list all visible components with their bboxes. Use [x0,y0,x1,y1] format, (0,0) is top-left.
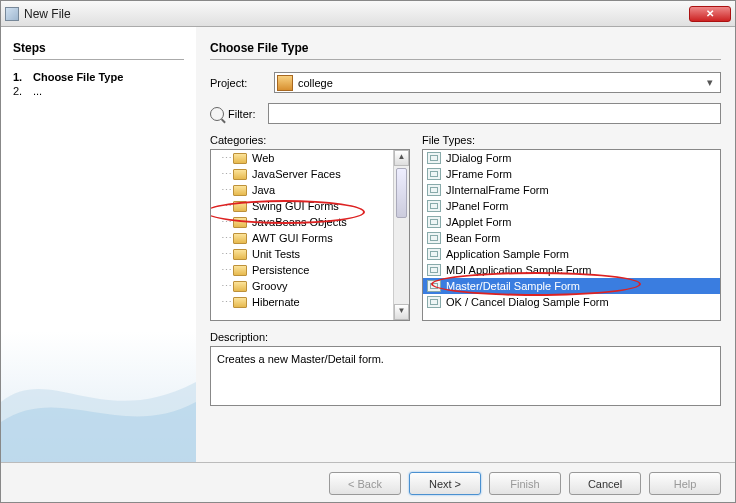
category-label: Java [252,184,275,196]
filetype-item[interactable]: JFrame Form [423,166,720,182]
category-label: AWT GUI Forms [252,232,333,244]
filetype-item[interactable]: JApplet Form [423,214,720,230]
app-icon [5,7,19,21]
folder-icon [233,249,247,260]
filter-label: Filter: [228,108,268,120]
filetype-label: MDI Application Sample Form [446,264,592,276]
step-label: Choose File Type [33,71,123,83]
form-icon [427,184,441,196]
category-item[interactable]: ⋯Swing GUI Forms [211,198,393,214]
filetype-item[interactable]: JPanel Form [423,198,720,214]
form-icon [427,216,441,228]
filetypes-listbox[interactable]: JDialog FormJFrame FormJInternalFrame Fo… [422,149,721,321]
category-label: Groovy [252,280,287,292]
main-panel: Choose File Type Project: college ▾ Filt… [196,27,735,462]
filetype-label: JFrame Form [446,168,512,180]
form-icon [427,168,441,180]
folder-icon [233,185,247,196]
filetype-label: JDialog Form [446,152,511,164]
filetype-label: JApplet Form [446,216,511,228]
form-icon [427,280,441,292]
category-label: Persistence [252,264,309,276]
scroll-thumb[interactable] [396,168,407,218]
category-item[interactable]: ⋯Groovy [211,278,393,294]
filetype-label: Bean Form [446,232,500,244]
description-text: Creates a new Master/Detail form. [217,353,384,365]
project-value: college [298,77,702,89]
filetype-item[interactable]: Application Sample Form [423,246,720,262]
finish-button[interactable]: Finish [489,472,561,495]
scroll-up-icon[interactable]: ▲ [394,150,409,166]
step-number: 1. [13,71,33,83]
categories-label: Categories: [210,134,410,146]
category-label: Web [252,152,274,164]
categories-listbox[interactable]: ⋯Web⋯JavaServer Faces⋯Java⋯Swing GUI For… [210,149,410,321]
folder-icon [233,265,247,276]
category-label: Hibernate [252,296,300,308]
description-box: Creates a new Master/Detail form. [210,346,721,406]
form-icon [427,200,441,212]
category-item[interactable]: ⋯Persistence [211,262,393,278]
category-label: Swing GUI Forms [252,200,339,212]
filetype-item[interactable]: MDI Application Sample Form [423,262,720,278]
filetypes-label: File Types: [422,134,721,146]
folder-icon [233,281,247,292]
title-bar: New File ✕ [1,1,735,27]
filetype-item[interactable]: Master/Detail Sample Form [423,278,720,294]
form-icon [427,232,441,244]
form-icon [427,264,441,276]
filetype-label: JInternalFrame Form [446,184,549,196]
folder-icon [233,217,247,228]
form-icon [427,296,441,308]
back-button[interactable]: < Back [329,472,401,495]
category-label: Unit Tests [252,248,300,260]
scroll-down-icon[interactable]: ▼ [394,304,409,320]
project-label: Project: [210,77,274,89]
category-item[interactable]: ⋯JavaBeans Objects [211,214,393,230]
folder-icon [233,297,247,308]
button-bar: < Back Next > Finish Cancel Help [1,462,735,503]
scrollbar[interactable]: ▲ ▼ [393,150,409,320]
category-item[interactable]: ⋯Unit Tests [211,246,393,262]
close-button[interactable]: ✕ [689,6,731,22]
description-label: Description: [210,331,721,343]
folder-icon [233,233,247,244]
filetype-label: JPanel Form [446,200,508,212]
project-icon [277,75,293,91]
step-item: 1.Choose File Type [13,70,184,84]
folder-icon [233,153,247,164]
search-icon [210,107,224,121]
next-button[interactable]: Next > [409,472,481,495]
main-heading: Choose File Type [210,41,721,60]
filetype-item[interactable]: OK / Cancel Dialog Sample Form [423,294,720,310]
filter-input[interactable] [268,103,721,124]
step-number: 2. [13,85,33,97]
form-icon [427,152,441,164]
cancel-button[interactable]: Cancel [569,472,641,495]
decorative-wave [1,342,196,462]
chevron-down-icon: ▾ [702,76,718,89]
form-icon [427,248,441,260]
folder-icon [233,169,247,180]
category-item[interactable]: ⋯Web [211,150,393,166]
category-item[interactable]: ⋯Java [211,182,393,198]
filetype-label: OK / Cancel Dialog Sample Form [446,296,609,308]
steps-panel: Steps 1.Choose File Type2.... [1,27,196,462]
steps-heading: Steps [13,41,184,60]
help-button[interactable]: Help [649,472,721,495]
content-area: Steps 1.Choose File Type2.... Choose Fil… [1,27,735,462]
folder-icon [233,201,247,212]
category-label: JavaBeans Objects [252,216,347,228]
step-item: 2.... [13,84,184,98]
filetype-label: Master/Detail Sample Form [446,280,580,292]
filetype-item[interactable]: JInternalFrame Form [423,182,720,198]
filetype-item[interactable]: Bean Form [423,230,720,246]
category-label: JavaServer Faces [252,168,341,180]
category-item[interactable]: ⋯Hibernate [211,294,393,310]
category-item[interactable]: ⋯JavaServer Faces [211,166,393,182]
filetype-item[interactable]: JDialog Form [423,150,720,166]
project-select[interactable]: college ▾ [274,72,721,93]
filetype-label: Application Sample Form [446,248,569,260]
window-title: New File [24,7,689,21]
category-item[interactable]: ⋯AWT GUI Forms [211,230,393,246]
